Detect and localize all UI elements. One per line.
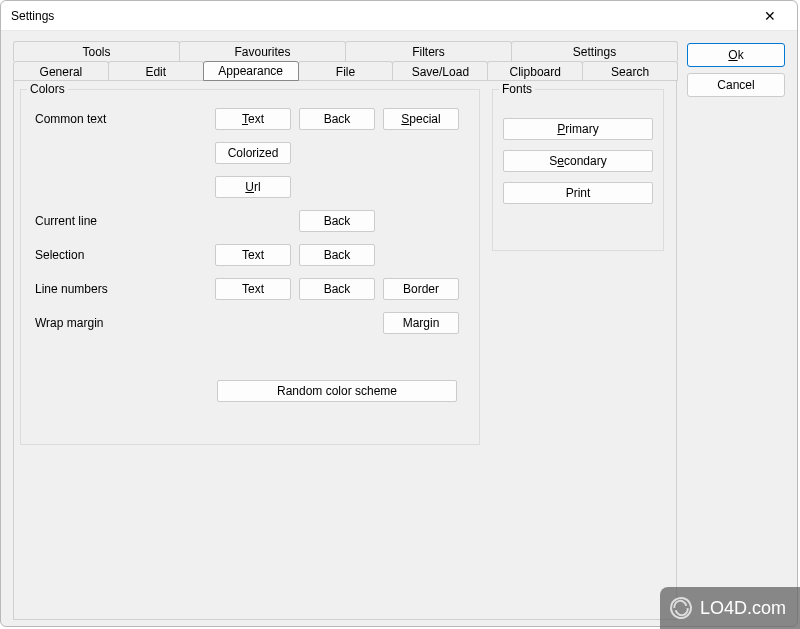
btn-font-secondary[interactable]: Secondary [503, 150, 653, 172]
btn-common-back[interactable]: Back [299, 108, 375, 130]
btn-linenum-border[interactable]: Border [383, 278, 459, 300]
tab-search[interactable]: Search [582, 61, 678, 81]
btn-linenum-back[interactable]: Back [299, 278, 375, 300]
dialog-buttons: Ok Cancel [687, 41, 785, 620]
label-current-line: Current line [35, 214, 97, 228]
btn-colorized[interactable]: Colorized [215, 142, 291, 164]
watermark: LO4D.com [660, 587, 800, 629]
settings-window: Settings ✕ Tools Favourites Filters Sett… [0, 0, 798, 627]
tab-appearance[interactable]: Appearance [203, 61, 299, 81]
watermark-icon [667, 595, 694, 622]
tab-tools[interactable]: Tools [13, 41, 180, 61]
colors-legend: Colors [27, 82, 68, 96]
btn-margin[interactable]: Margin [383, 312, 459, 334]
watermark-text: LO4D.com [700, 598, 786, 619]
tab-file[interactable]: File [298, 61, 394, 81]
tab-content: Colors Common text Text Back Special Col… [13, 80, 677, 620]
btn-selection-text[interactable]: Text [215, 244, 291, 266]
label-wrap-margin: Wrap margin [35, 316, 103, 330]
btn-selection-back[interactable]: Back [299, 244, 375, 266]
btn-font-print[interactable]: Print [503, 182, 653, 204]
tab-row-bottom: General Edit Appearance File Save/Load C… [13, 61, 677, 81]
tab-edit[interactable]: Edit [108, 61, 204, 81]
tab-save-load[interactable]: Save/Load [392, 61, 488, 81]
btn-url[interactable]: Url [215, 176, 291, 198]
close-icon: ✕ [764, 8, 776, 24]
tab-general[interactable]: General [13, 61, 109, 81]
colors-group: Colors Common text Text Back Special Col… [20, 89, 480, 445]
cancel-button[interactable]: Cancel [687, 73, 785, 97]
btn-common-text[interactable]: Text [215, 108, 291, 130]
btn-currentline-back[interactable]: Back [299, 210, 375, 232]
tabs-panel: Tools Favourites Filters Settings Genera… [13, 41, 677, 620]
btn-common-special[interactable]: Special [383, 108, 459, 130]
titlebar: Settings ✕ [1, 1, 797, 31]
fonts-group: Fonts Primary Secondary Print [492, 89, 664, 251]
label-selection: Selection [35, 248, 84, 262]
tab-row-top: Tools Favourites Filters Settings [13, 41, 677, 61]
label-line-numbers: Line numbers [35, 282, 108, 296]
tab-favourites[interactable]: Favourites [179, 41, 346, 61]
tab-filters[interactable]: Filters [345, 41, 512, 61]
fonts-inner: Primary Secondary Print [501, 106, 655, 204]
btn-random-color-scheme[interactable]: Random color scheme [217, 380, 457, 402]
close-button[interactable]: ✕ [751, 3, 789, 29]
window-title: Settings [11, 9, 54, 23]
tab-settings[interactable]: Settings [511, 41, 678, 61]
btn-linenum-text[interactable]: Text [215, 278, 291, 300]
fonts-legend: Fonts [499, 82, 535, 96]
content-area: Tools Favourites Filters Settings Genera… [1, 31, 797, 629]
tab-clipboard[interactable]: Clipboard [487, 61, 583, 81]
btn-font-primary[interactable]: Primary [503, 118, 653, 140]
label-common-text: Common text [35, 112, 106, 126]
ok-button[interactable]: Ok [687, 43, 785, 67]
